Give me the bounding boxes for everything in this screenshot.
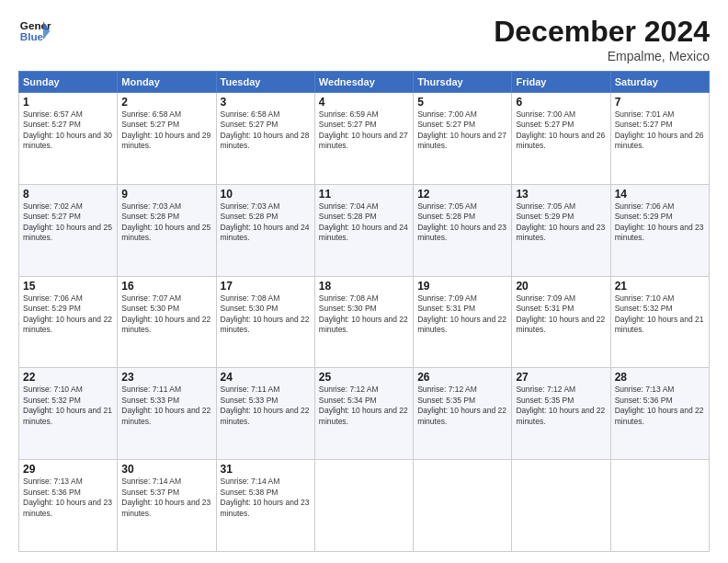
calendar-cell: 13 Sunrise: 7:05 AMSunset: 5:29 PMDaylig… (512, 184, 610, 276)
day-info: Sunrise: 7:13 AMSunset: 5:36 PMDaylight:… (23, 477, 112, 517)
day-info: Sunrise: 7:00 AMSunset: 5:27 PMDaylight:… (516, 109, 605, 150)
calendar-cell: 8 Sunrise: 7:02 AMSunset: 5:27 PMDayligh… (19, 184, 118, 276)
month-title: December 2024 (494, 15, 710, 49)
day-number: 18 (319, 280, 409, 293)
svg-marker-3 (43, 29, 50, 40)
calendar-cell: 24 Sunrise: 7:11 AMSunset: 5:33 PMDaylig… (216, 368, 314, 460)
day-info: Sunrise: 7:11 AMSunset: 5:33 PMDaylight:… (121, 385, 210, 425)
day-info: Sunrise: 7:14 AMSunset: 5:37 PMDaylight:… (121, 477, 210, 517)
day-info: Sunrise: 7:13 AMSunset: 5:36 PMDaylight:… (615, 385, 704, 425)
calendar-week-row: 8 Sunrise: 7:02 AMSunset: 5:27 PMDayligh… (19, 184, 710, 276)
day-info: Sunrise: 7:09 AMSunset: 5:31 PMDaylight:… (516, 293, 605, 334)
calendar-cell (414, 460, 512, 552)
day-info: Sunrise: 7:08 AMSunset: 5:30 PMDaylight:… (319, 293, 408, 334)
calendar-cell: 2 Sunrise: 6:58 AMSunset: 5:27 PMDayligh… (118, 93, 216, 185)
day-info: Sunrise: 7:11 AMSunset: 5:33 PMDaylight:… (221, 385, 310, 425)
day-number: 12 (417, 188, 507, 201)
day-number: 27 (516, 371, 606, 384)
day-info: Sunrise: 7:12 AMSunset: 5:35 PMDaylight:… (516, 385, 605, 425)
day-info: Sunrise: 7:06 AMSunset: 5:29 PMDaylight:… (23, 293, 112, 334)
day-info: Sunrise: 6:59 AMSunset: 5:27 PMDaylight:… (319, 109, 408, 150)
calendar-header-row: Sunday Monday Tuesday Wednesday Thursday… (19, 72, 710, 93)
day-info: Sunrise: 7:01 AMSunset: 5:27 PMDaylight:… (615, 109, 704, 150)
day-info: Sunrise: 7:10 AMSunset: 5:32 PMDaylight:… (23, 385, 112, 425)
calendar-cell: 6 Sunrise: 7:00 AMSunset: 5:27 PMDayligh… (512, 93, 610, 185)
logo-icon: General Blue (18, 15, 51, 48)
day-number: 17 (221, 280, 311, 293)
col-monday: Monday (118, 72, 216, 93)
day-info: Sunrise: 7:03 AMSunset: 5:28 PMDaylight:… (121, 201, 210, 242)
calendar-cell: 22 Sunrise: 7:10 AMSunset: 5:32 PMDaylig… (19, 368, 118, 460)
day-info: Sunrise: 7:06 AMSunset: 5:29 PMDaylight:… (615, 201, 704, 242)
day-number: 26 (417, 371, 507, 384)
calendar-cell: 27 Sunrise: 7:12 AMSunset: 5:35 PMDaylig… (512, 368, 610, 460)
header: General Blue December 2024 Empalme, Mexi… (18, 15, 710, 63)
calendar-cell (314, 460, 413, 552)
col-friday: Friday (512, 72, 610, 93)
col-saturday: Saturday (610, 72, 709, 93)
col-thursday: Thursday (414, 72, 512, 93)
calendar-week-row: 29 Sunrise: 7:13 AMSunset: 5:36 PMDaylig… (19, 460, 710, 552)
day-info: Sunrise: 7:14 AMSunset: 5:38 PMDaylight:… (221, 477, 310, 517)
calendar-cell: 7 Sunrise: 7:01 AMSunset: 5:27 PMDayligh… (610, 93, 709, 185)
calendar-cell: 26 Sunrise: 7:12 AMSunset: 5:35 PMDaylig… (414, 368, 512, 460)
day-number: 6 (516, 96, 606, 109)
calendar-cell: 17 Sunrise: 7:08 AMSunset: 5:30 PMDaylig… (216, 276, 314, 368)
calendar-cell: 25 Sunrise: 7:12 AMSunset: 5:34 PMDaylig… (314, 368, 413, 460)
day-number: 23 (121, 371, 211, 384)
day-number: 5 (417, 96, 507, 109)
calendar-cell: 15 Sunrise: 7:06 AMSunset: 5:29 PMDaylig… (19, 276, 118, 368)
calendar-table: Sunday Monday Tuesday Wednesday Thursday… (18, 71, 710, 552)
col-wednesday: Wednesday (314, 72, 413, 93)
calendar-cell: 30 Sunrise: 7:14 AMSunset: 5:37 PMDaylig… (118, 460, 216, 552)
day-number: 31 (221, 463, 311, 476)
col-tuesday: Tuesday (216, 72, 314, 93)
day-number: 19 (417, 280, 507, 293)
day-info: Sunrise: 6:58 AMSunset: 5:27 PMDaylight:… (221, 109, 310, 150)
day-number: 13 (516, 188, 606, 201)
day-number: 20 (516, 280, 606, 293)
day-number: 24 (221, 371, 311, 384)
calendar-cell: 18 Sunrise: 7:08 AMSunset: 5:30 PMDaylig… (314, 276, 413, 368)
day-info: Sunrise: 7:00 AMSunset: 5:27 PMDaylight:… (417, 109, 506, 150)
day-info: Sunrise: 7:03 AMSunset: 5:28 PMDaylight:… (221, 201, 310, 242)
day-info: Sunrise: 7:12 AMSunset: 5:35 PMDaylight:… (417, 385, 506, 425)
day-info: Sunrise: 7:02 AMSunset: 5:27 PMDaylight:… (23, 201, 112, 242)
calendar-cell: 20 Sunrise: 7:09 AMSunset: 5:31 PMDaylig… (512, 276, 610, 368)
day-info: Sunrise: 7:07 AMSunset: 5:30 PMDaylight:… (121, 293, 210, 334)
col-sunday: Sunday (19, 72, 118, 93)
day-number: 15 (23, 280, 113, 293)
day-number: 11 (319, 188, 409, 201)
calendar-cell: 4 Sunrise: 6:59 AMSunset: 5:27 PMDayligh… (314, 93, 413, 185)
calendar-cell: 21 Sunrise: 7:10 AMSunset: 5:32 PMDaylig… (610, 276, 709, 368)
calendar-cell: 19 Sunrise: 7:09 AMSunset: 5:31 PMDaylig… (414, 276, 512, 368)
day-number: 22 (23, 371, 113, 384)
day-number: 14 (615, 188, 705, 201)
page: General Blue December 2024 Empalme, Mexi… (0, 0, 728, 563)
title-block: December 2024 Empalme, Mexico (494, 15, 710, 63)
day-info: Sunrise: 6:58 AMSunset: 5:27 PMDaylight:… (121, 109, 210, 150)
day-number: 10 (221, 188, 311, 201)
day-info: Sunrise: 7:05 AMSunset: 5:28 PMDaylight:… (417, 201, 506, 242)
day-number: 25 (319, 371, 409, 384)
day-number: 9 (121, 188, 211, 201)
day-number: 8 (23, 188, 113, 201)
calendar-cell: 31 Sunrise: 7:14 AMSunset: 5:38 PMDaylig… (216, 460, 314, 552)
calendar-week-row: 15 Sunrise: 7:06 AMSunset: 5:29 PMDaylig… (19, 276, 710, 368)
day-number: 4 (319, 96, 409, 109)
day-number: 2 (121, 96, 211, 109)
logo: General Blue (18, 15, 51, 48)
day-number: 28 (615, 371, 705, 384)
svg-text:Blue: Blue (20, 30, 44, 42)
day-info: Sunrise: 7:08 AMSunset: 5:30 PMDaylight:… (221, 293, 310, 334)
calendar-cell: 11 Sunrise: 7:04 AMSunset: 5:28 PMDaylig… (314, 184, 413, 276)
day-info: Sunrise: 7:10 AMSunset: 5:32 PMDaylight:… (615, 293, 704, 334)
day-info: Sunrise: 7:12 AMSunset: 5:34 PMDaylight:… (319, 385, 408, 425)
location: Empalme, Mexico (494, 49, 710, 63)
calendar-cell: 23 Sunrise: 7:11 AMSunset: 5:33 PMDaylig… (118, 368, 216, 460)
day-info: Sunrise: 7:04 AMSunset: 5:28 PMDaylight:… (319, 201, 408, 242)
day-info: Sunrise: 7:05 AMSunset: 5:29 PMDaylight:… (516, 201, 605, 242)
day-number: 30 (121, 463, 211, 476)
calendar-cell (610, 460, 709, 552)
calendar-cell: 28 Sunrise: 7:13 AMSunset: 5:36 PMDaylig… (610, 368, 709, 460)
